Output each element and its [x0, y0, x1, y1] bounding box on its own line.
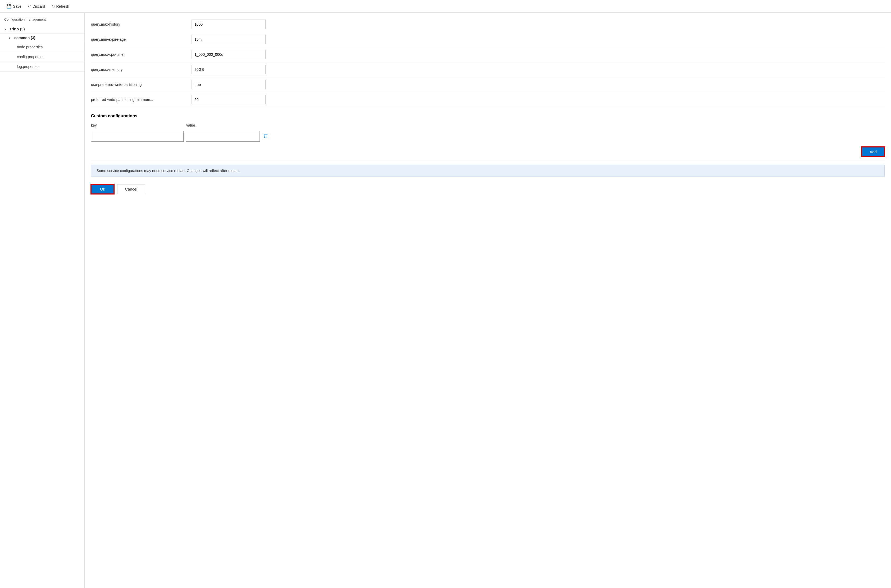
- action-row: Ok Cancel: [91, 181, 885, 197]
- config-value-input[interactable]: [191, 34, 266, 44]
- custom-col-key-label: key: [91, 123, 186, 128]
- save-icon: 💾: [6, 4, 12, 9]
- config-label: use-preferred-write-partitioning: [91, 82, 191, 87]
- chevron-down-icon: ∨: [9, 36, 12, 40]
- custom-section-title: Custom configurations: [91, 114, 885, 118]
- tree-section: ∨ trino (3) ∨ common (3) node.properties…: [0, 25, 84, 72]
- discard-label: Discard: [33, 4, 45, 9]
- config-row: query.max-history: [91, 17, 885, 32]
- left-panel: Configuration management ∨ trino (3) ∨ c…: [0, 13, 85, 588]
- toolbar: 💾 Save ↶ Discard ↻ Refresh: [0, 0, 891, 13]
- add-btn-row: Add: [91, 144, 885, 160]
- leaf-label: log.properties: [17, 64, 39, 69]
- discard-icon: ↶: [28, 4, 31, 9]
- custom-value-input[interactable]: [186, 131, 260, 142]
- tree-leaf-node-properties[interactable]: node.properties: [0, 42, 84, 52]
- tree-sub-label: common (3): [14, 36, 35, 40]
- tree-sub-common[interactable]: ∨ common (3): [0, 33, 84, 42]
- config-label: query.max-history: [91, 22, 191, 26]
- custom-col-value-label: value: [186, 123, 266, 128]
- config-label: query.max-cpu-time: [91, 52, 191, 57]
- refresh-button[interactable]: ↻ Refresh: [49, 3, 71, 10]
- leaf-label: node.properties: [17, 45, 42, 49]
- config-rows: query.max-history query.min-expire-age q…: [91, 17, 885, 107]
- save-button[interactable]: 💾 Save: [4, 3, 24, 10]
- tree-leaf-log-properties[interactable]: log.properties: [0, 62, 84, 72]
- config-row: query.max-cpu-time: [91, 47, 885, 62]
- save-label: Save: [13, 4, 21, 9]
- chevron-down-icon: ∨: [4, 27, 8, 31]
- custom-config-row: [91, 131, 885, 142]
- config-label: preferred-write-partitioning-min-num...: [91, 98, 191, 102]
- custom-config-header: key value: [91, 122, 885, 129]
- config-value-input[interactable]: [191, 50, 266, 59]
- refresh-icon: ↻: [51, 4, 55, 9]
- config-row: preferred-write-partitioning-min-num...: [91, 92, 885, 107]
- config-row: query.max-memory: [91, 62, 885, 77]
- config-label: query.max-memory: [91, 68, 191, 72]
- discard-button[interactable]: ↶ Discard: [26, 3, 47, 10]
- tree-leaf-config-properties[interactable]: config.properties: [0, 52, 84, 62]
- ok-button[interactable]: Ok: [91, 184, 114, 194]
- custom-key-input[interactable]: [91, 131, 184, 142]
- add-button[interactable]: Add: [862, 147, 885, 157]
- config-value-input[interactable]: [191, 20, 266, 29]
- main-layout: Configuration management ∨ trino (3) ∨ c…: [0, 13, 891, 588]
- config-label: query.min-expire-age: [91, 37, 191, 42]
- info-banner: Some service configurations may need ser…: [91, 165, 885, 177]
- config-row: use-preferred-write-partitioning: [91, 77, 885, 92]
- config-value-input[interactable]: [191, 65, 266, 74]
- right-panel: query.max-history query.min-expire-age q…: [85, 13, 891, 588]
- refresh-label: Refresh: [56, 4, 69, 9]
- tree-root-label: trino (3): [10, 27, 25, 31]
- config-value-input[interactable]: [191, 80, 266, 89]
- cancel-button[interactable]: Cancel: [117, 184, 145, 194]
- tree-root-trino[interactable]: ∨ trino (3): [0, 25, 84, 33]
- leaf-label: config.properties: [17, 55, 44, 59]
- panel-title: Configuration management: [0, 16, 84, 25]
- config-value-input[interactable]: [191, 95, 266, 104]
- config-row: query.min-expire-age: [91, 32, 885, 47]
- svg-rect-1: [265, 134, 266, 134]
- delete-row-button[interactable]: [262, 132, 269, 141]
